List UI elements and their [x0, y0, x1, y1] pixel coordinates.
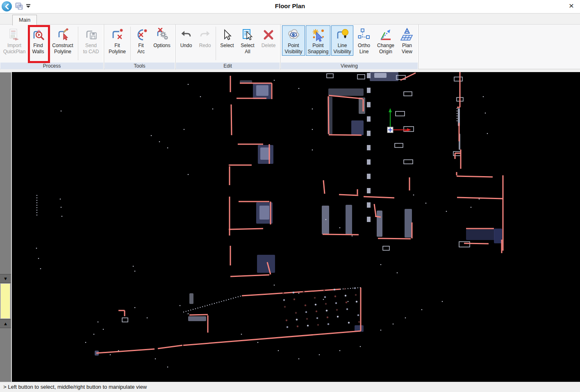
point-speck [487, 133, 488, 134]
grid-dot [355, 294, 357, 296]
outline-rect [383, 246, 389, 250]
point-speck [188, 84, 189, 85]
line-visibility-icon [335, 27, 350, 42]
scroll-thumb[interactable] [0, 283, 10, 319]
wall-line[interactable] [158, 345, 182, 349]
tab-main[interactable]: Main [12, 15, 37, 25]
wall-line[interactable] [375, 216, 381, 217]
wall-line[interactable] [323, 180, 325, 194]
plan-canvas[interactable] [11, 72, 580, 382]
undo-label: Undo [180, 43, 192, 55]
point-snapping-button[interactable]: Point Snapping [306, 25, 330, 56]
wall-line[interactable] [323, 234, 359, 235]
scroll-up-button[interactable]: ▲ [0, 319, 11, 328]
wall-line[interactable] [339, 195, 358, 195]
wall-line[interactable] [229, 229, 263, 229]
point-visibility-button[interactable]: Point Visibility [282, 25, 305, 56]
ribbon: Import QuickPlanFind WallsConstruct Poly… [0, 24, 580, 69]
outline-rect [396, 111, 405, 116]
find-walls-button[interactable]: Find Walls [28, 25, 48, 56]
column-point-cluster [367, 116, 371, 122]
wall-line[interactable] [189, 315, 208, 315]
ribbon-group-edit: UndoRedoSelectSelect AllDeleteEdit [175, 25, 280, 69]
select-all-button[interactable]: Select All [237, 25, 258, 56]
plan-view-button[interactable]: Plan View [398, 25, 416, 56]
wall-line[interactable] [464, 243, 489, 244]
wall-line[interactable] [96, 349, 155, 353]
point-speck [421, 309, 423, 310]
line-visibility-button[interactable]: Line Visibility [331, 25, 353, 56]
fit-polyline-button[interactable]: Fit Polyline [106, 25, 129, 56]
point-cluster [374, 73, 387, 78]
wall-line[interactable] [457, 197, 503, 199]
wall-line[interactable] [400, 73, 416, 80]
column-point-cluster [367, 102, 371, 107]
point-cluster [256, 85, 268, 96]
point-speck [479, 199, 480, 200]
point-speck [339, 350, 341, 351]
group-separator [130, 27, 131, 60]
wall-line[interactable] [183, 331, 361, 345]
point-trace-line [340, 288, 361, 289]
grid-dot [307, 325, 309, 326]
point-speck [442, 301, 443, 302]
point-visibility-icon [286, 27, 301, 42]
construct-polyline-icon [55, 27, 70, 42]
window-title: Floor Plan [0, 2, 580, 9]
grid-dot [293, 299, 295, 300]
wall-line[interactable] [230, 275, 269, 276]
point-speck [40, 268, 41, 270]
wall-line[interactable] [378, 238, 411, 239]
ribbon-group-viewing: Point VisibilityPoint SnappingLine Visib… [280, 25, 419, 69]
grid-dot [306, 318, 308, 319]
point-speck [360, 346, 361, 347]
grid-dot [357, 314, 359, 316]
grid-dot [358, 321, 360, 323]
outline-rect [404, 92, 412, 96]
point-speck [483, 96, 484, 97]
wall-line[interactable] [457, 176, 493, 177]
point-cloud-view[interactable] [12, 72, 580, 382]
change-origin-icon [378, 27, 393, 42]
close-button[interactable]: × [566, 1, 577, 11]
group-label-viewing: Viewing [281, 62, 418, 69]
fit-arc-button[interactable]: Fit Arc [132, 25, 150, 56]
column-point-cluster [367, 159, 371, 165]
point-speck [134, 307, 136, 308]
wall-line[interactable] [329, 95, 363, 99]
left-scrollbar[interactable]: ▼ ▲ [0, 72, 11, 382]
grid-dot [346, 301, 347, 303]
point-speck [312, 109, 313, 110]
point-speck [212, 109, 214, 110]
wall-line[interactable] [364, 197, 394, 198]
select-all-label: Select All [241, 43, 254, 55]
wall-line[interactable] [242, 294, 268, 296]
options-button[interactable]: Options [150, 25, 173, 56]
change-origin-button[interactable]: Change Origin [375, 25, 397, 56]
point-cluster [259, 206, 269, 220]
find-walls-icon [31, 27, 45, 42]
point-speck [348, 301, 349, 302]
point-speck [323, 299, 324, 300]
wall-line[interactable] [329, 135, 362, 135]
ortho-line-button[interactable]: Ortho Line [354, 25, 374, 56]
wall-line[interactable] [374, 204, 376, 216]
point-snapping-icon [311, 27, 325, 42]
wall-line[interactable] [231, 104, 232, 135]
point-speck [118, 350, 119, 351]
point-speck [393, 324, 394, 325]
find-walls-label: Find Walls [32, 43, 44, 55]
construct-polyline-button[interactable]: Construct Polyline [49, 25, 76, 56]
select-button[interactable]: Select [218, 25, 237, 56]
scroll-down-button[interactable]: ▼ [0, 274, 11, 283]
fit-arc-label: Fit Arc [137, 43, 145, 55]
wall-line[interactable] [328, 96, 329, 134]
undo-button[interactable]: Undo [177, 25, 195, 56]
grid-dot [334, 295, 336, 297]
point-speck [159, 141, 160, 143]
point-speck [257, 342, 259, 343]
grid-dot [324, 296, 326, 298]
point-speck [61, 216, 63, 217]
grid-dot [328, 323, 329, 325]
point-speck [93, 334, 95, 335]
